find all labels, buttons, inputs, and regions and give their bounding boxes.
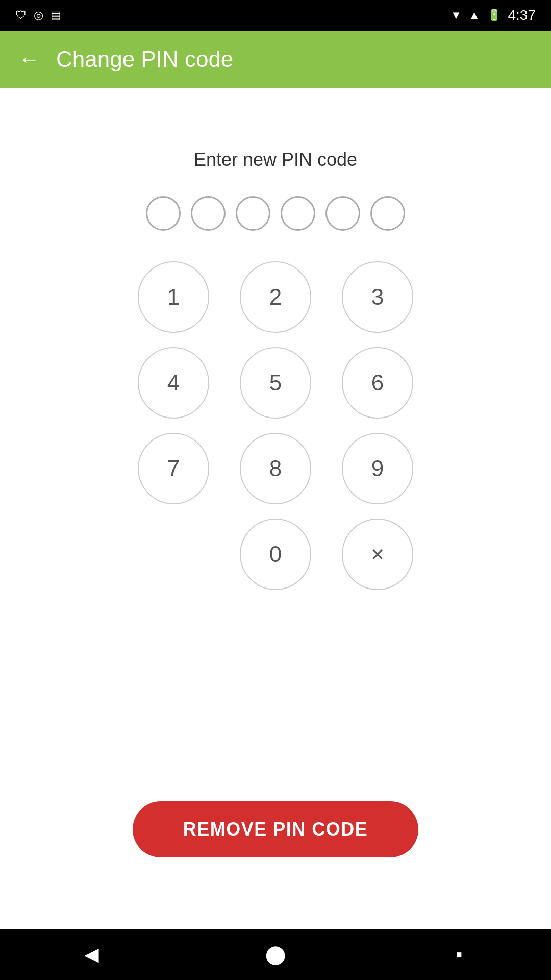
key-2[interactable]: 2 (240, 261, 311, 333)
pin-dot-1 (146, 196, 181, 231)
pin-dots (146, 196, 405, 231)
battery-icon: 🔋 (487, 9, 501, 22)
numpad-row-4: 0 × (138, 519, 413, 590)
pin-entry-label: Enter new PIN code (194, 149, 357, 170)
back-button[interactable]: ← (18, 48, 40, 70)
numpad-empty-spacer (138, 519, 209, 590)
key-1[interactable]: 1 (138, 261, 209, 333)
pin-dot-4 (281, 196, 315, 231)
wifi-icon: ▼ (450, 9, 462, 22)
numpad-row-1: 1 2 3 (138, 261, 413, 333)
sync-icon: ◎ (34, 9, 43, 22)
key-5[interactable]: 5 (240, 347, 311, 419)
main-content: Enter new PIN code 1 2 3 4 5 6 7 8 9 0 × (0, 88, 551, 929)
key-delete[interactable]: × (342, 519, 413, 590)
key-0[interactable]: 0 (240, 519, 311, 590)
nav-recent-button[interactable]: ▪ (439, 934, 480, 975)
page-title: Change PIN code (56, 46, 233, 72)
nav-back-button[interactable]: ◀ (71, 934, 112, 975)
numpad-row-3: 7 8 9 (138, 433, 413, 504)
remove-pin-button[interactable]: REMOVE PIN CODE (133, 801, 418, 857)
signal-icon: ▲ (469, 9, 480, 22)
nav-bar: ◀ ⬤ ▪ (0, 929, 551, 980)
key-8[interactable]: 8 (240, 433, 311, 504)
app-bar: ← Change PIN code (0, 31, 551, 88)
pin-dot-2 (191, 196, 226, 231)
key-7[interactable]: 7 (138, 433, 209, 504)
pin-dot-5 (325, 196, 360, 231)
status-time: 4:37 (508, 7, 536, 23)
numpad-row-2: 4 5 6 (138, 347, 413, 419)
pin-dot-6 (370, 196, 405, 231)
status-bar-right: ▼ ▲ 🔋 4:37 (450, 7, 536, 23)
numpad: 1 2 3 4 5 6 7 8 9 0 × (138, 261, 413, 590)
status-bar-left: 🛡 ◎ ▤ (15, 9, 61, 22)
key-3[interactable]: 3 (342, 261, 413, 333)
sdcard-icon: ▤ (51, 9, 61, 22)
pin-dot-3 (236, 196, 270, 231)
key-6[interactable]: 6 (342, 347, 413, 419)
nav-home-button[interactable]: ⬤ (255, 934, 296, 975)
shield-icon: 🛡 (15, 9, 27, 22)
key-4[interactable]: 4 (138, 347, 209, 419)
key-9[interactable]: 9 (342, 433, 413, 504)
status-bar: 🛡 ◎ ▤ ▼ ▲ 🔋 4:37 (0, 0, 551, 31)
